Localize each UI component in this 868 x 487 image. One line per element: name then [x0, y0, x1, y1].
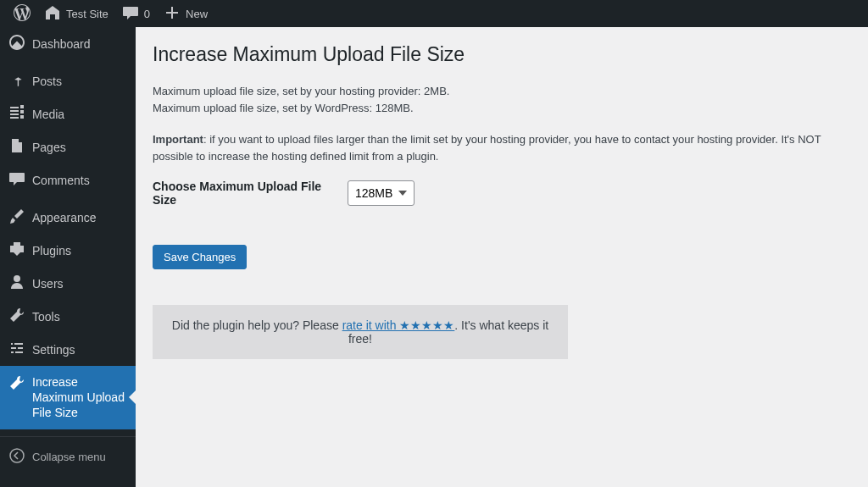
- sidebar-label: Appearance: [32, 211, 97, 224]
- choose-size-label: Choose Maximum Upload File Size: [153, 180, 322, 207]
- admin-sidebar: Dashboard Posts Media Pages Comments App…: [0, 27, 136, 487]
- sidebar-item-pages[interactable]: Pages: [0, 130, 136, 163]
- sidebar-item-tools[interactable]: Tools: [0, 300, 136, 333]
- wordpress-icon: [14, 4, 31, 24]
- upload-size-row: Choose Maximum Upload File Size 128MB: [153, 180, 851, 207]
- user-icon: [8, 274, 25, 293]
- sidebar-label: Tools: [32, 310, 60, 324]
- comments-count: 0: [144, 8, 150, 20]
- hosting-limit-text: Maximum upload file size, set by your ho…: [153, 83, 851, 100]
- rating-notice: Did the plugin help you? Please rate it …: [153, 305, 568, 359]
- page-title: Increase Maximum Upload File Size: [153, 36, 851, 83]
- home-icon: [44, 4, 61, 24]
- sidebar-label: Media: [32, 108, 64, 121]
- sidebar-label: Settings: [32, 343, 75, 357]
- sidebar-item-settings[interactable]: Settings: [0, 333, 136, 366]
- important-label: Important: [153, 133, 203, 146]
- media-icon: [8, 104, 25, 124]
- upload-size-select[interactable]: 128MB: [348, 180, 415, 206]
- new-label: New: [186, 8, 208, 20]
- important-notice: Important: if you want to upload files l…: [153, 131, 851, 164]
- site-link[interactable]: Test Site: [37, 0, 115, 27]
- sidebar-label: Posts: [32, 75, 62, 88]
- save-button[interactable]: Save Changes: [153, 245, 247, 269]
- settings-icon: [8, 340, 25, 359]
- comment-icon: [8, 170, 25, 190]
- sidebar-item-media[interactable]: Media: [0, 97, 136, 130]
- comments-link[interactable]: 0: [115, 0, 157, 27]
- wp-logo-menu[interactable]: [7, 0, 37, 27]
- comment-icon: [122, 4, 139, 24]
- main-content: Increase Maximum Upload File Size Maximu…: [136, 27, 868, 487]
- sidebar-label: Pages: [32, 141, 66, 154]
- wordpress-limit-text: Maximum upload file size, set by WordPre…: [153, 100, 851, 117]
- pin-icon: [8, 71, 25, 91]
- plugin-icon: [8, 241, 25, 260]
- page-icon: [8, 137, 25, 157]
- brush-icon: [8, 208, 25, 227]
- sidebar-label: Users: [32, 277, 64, 291]
- sidebar-item-plugins[interactable]: Plugins: [0, 234, 136, 267]
- sidebar-label: Plugins: [32, 244, 71, 257]
- collapse-menu[interactable]: Collapse menu: [0, 436, 136, 473]
- new-content-link[interactable]: New: [157, 0, 214, 27]
- rate-link[interactable]: rate it with ★★★★★: [342, 318, 455, 332]
- sidebar-label: Dashboard: [32, 37, 91, 51]
- collapse-label: Collapse menu: [32, 451, 106, 463]
- sidebar-item-dashboard[interactable]: Dashboard: [0, 27, 136, 60]
- sidebar-item-posts[interactable]: Posts: [0, 64, 136, 97]
- wrench-icon: [8, 374, 25, 394]
- important-text: : if you want to upload files larger tha…: [153, 133, 821, 163]
- rate-prefix: Did the plugin help you? Please: [172, 318, 342, 332]
- sidebar-item-users[interactable]: Users: [0, 267, 136, 300]
- sidebar-item-appearance[interactable]: Appearance: [0, 201, 136, 234]
- wrench-icon: [8, 307, 25, 326]
- plus-icon: [164, 4, 181, 24]
- collapse-icon: [8, 447, 25, 467]
- sidebar-label: Increase Maximum Upload File Size: [32, 374, 127, 421]
- sidebar-item-comments[interactable]: Comments: [0, 163, 136, 196]
- sidebar-item-increase-upload[interactable]: Increase Maximum Upload File Size: [0, 366, 136, 429]
- svg-point-0: [10, 449, 24, 462]
- sidebar-label: Comments: [32, 174, 90, 187]
- admin-toolbar: Test Site 0 New: [0, 0, 868, 27]
- site-name: Test Site: [66, 8, 108, 20]
- dashboard-icon: [8, 34, 25, 53]
